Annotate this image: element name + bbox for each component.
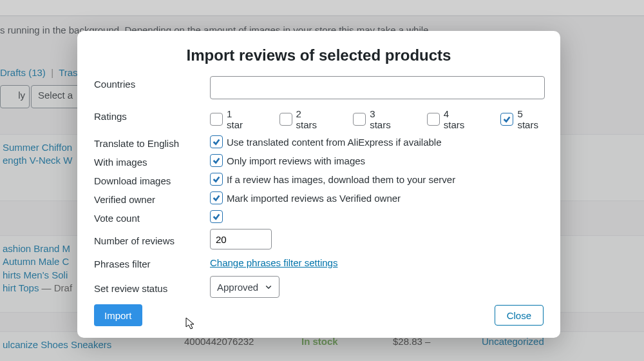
download-images-text: If a review has images, download them to… bbox=[227, 174, 455, 185]
translate-text: Use translated content from AliExpress i… bbox=[227, 137, 442, 148]
ratings-label: Ratings bbox=[94, 108, 210, 122]
close-button[interactable]: Close bbox=[495, 305, 544, 326]
rating-3-checkbox[interactable]: 3 stars bbox=[353, 108, 396, 130]
num-reviews-input[interactable] bbox=[210, 229, 272, 249]
verified-checkbox[interactable]: Mark imported reviews as Verified owner bbox=[210, 191, 401, 204]
with-images-checkbox[interactable]: Only import reviews with images bbox=[210, 154, 365, 167]
status-select[interactable]: Approved bbox=[210, 276, 279, 298]
status-value: Approved bbox=[217, 282, 258, 293]
num-reviews-label: Number of reviews bbox=[94, 233, 210, 246]
rating-1-checkbox[interactable]: 1 star bbox=[210, 108, 249, 130]
rating-2-checkbox[interactable]: 2 stars bbox=[279, 108, 323, 130]
with-images-label: With images bbox=[94, 154, 210, 168]
countries-label: Countries bbox=[94, 76, 210, 90]
rating-5-checkbox[interactable]: 5 stars bbox=[500, 108, 544, 130]
modal-title: Import reviews of selected products bbox=[77, 31, 560, 76]
rating-4-checkbox[interactable]: 4 stars bbox=[427, 108, 470, 130]
download-images-label: Download images bbox=[94, 173, 210, 186]
import-button[interactable]: Import bbox=[94, 304, 142, 326]
with-images-text: Only import reviews with images bbox=[227, 155, 365, 166]
download-images-checkbox[interactable]: If a review has images, download them to… bbox=[210, 173, 455, 186]
translate-checkbox[interactable]: Use translated content from AliExpress i… bbox=[210, 135, 442, 148]
phrases-filter-link[interactable]: Change phrases filter settings bbox=[210, 257, 337, 268]
phrases-label: Phrases filter bbox=[94, 256, 210, 269]
translate-label: Translate to English bbox=[94, 135, 210, 149]
status-label: Set review status bbox=[94, 280, 210, 294]
vote-checkbox[interactable] bbox=[210, 210, 223, 223]
countries-input[interactable] bbox=[210, 76, 545, 99]
verified-label: Verified owner bbox=[94, 191, 210, 205]
vote-label: Vote count bbox=[94, 210, 210, 224]
import-reviews-modal: Import reviews of selected products Coun… bbox=[77, 31, 560, 338]
chevron-down-icon bbox=[265, 283, 272, 291]
verified-text: Mark imported reviews as Verified owner bbox=[227, 193, 401, 204]
